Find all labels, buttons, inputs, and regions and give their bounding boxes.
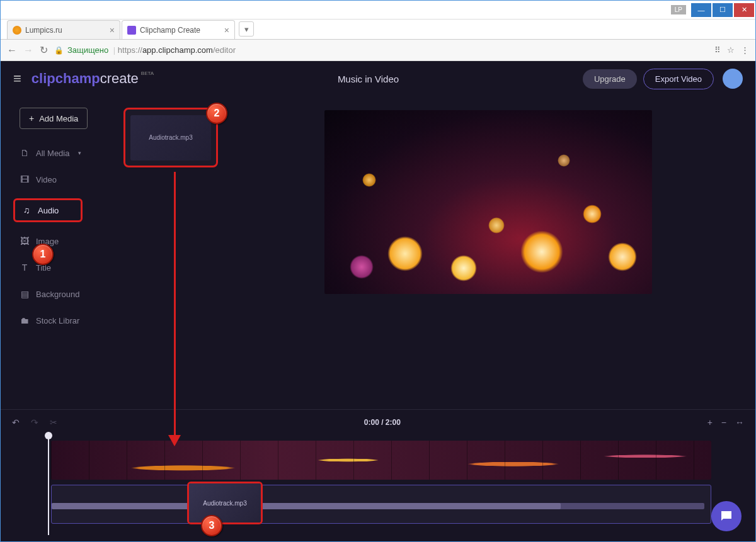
close-icon: ✕	[742, 6, 747, 14]
tutorial-arrow	[174, 172, 176, 436]
preview-panel	[240, 96, 755, 409]
sidebar-item-video[interactable]: 🎞 Video	[20, 172, 227, 187]
audio-track[interactable]: Audiotrack.mp3	[51, 485, 711, 524]
tab-title: Clipchamp Create	[140, 26, 200, 35]
browser-window: LP — ☐ ✕ Lumpics.ru × Clipchamp Create ×…	[0, 0, 756, 542]
timeline[interactable]: Audiotrack.mp3	[1, 434, 755, 541]
sidebar-item-audio[interactable]: ♫ Audio	[13, 198, 83, 222]
timeline-audio-clip[interactable]: Audiotrack.mp3	[187, 482, 263, 524]
export-button[interactable]: Export Video	[643, 69, 714, 89]
minimize-button[interactable]: —	[691, 3, 711, 17]
add-media-button[interactable]: + Add Media	[20, 108, 88, 129]
sidebar-item-image[interactable]: 🖾 Image	[20, 234, 227, 249]
fit-button[interactable]: ↔	[735, 417, 744, 427]
close-button[interactable]: ✕	[734, 3, 754, 17]
add-media-label: Add Media	[39, 114, 78, 123]
chat-icon	[719, 509, 734, 524]
reload-button[interactable]: ↻	[40, 44, 48, 56]
tab-lumpics[interactable]: Lumpics.ru ×	[7, 20, 120, 39]
project-title[interactable]: Music in Video	[154, 74, 583, 84]
new-tab-button[interactable]: ▾	[239, 21, 254, 37]
timeline-audio-label: Audiotrack.mp3	[189, 483, 261, 522]
avatar[interactable]	[723, 69, 743, 89]
favicon-icon	[13, 26, 21, 35]
sidebar-item-background[interactable]: ▤ Background	[20, 286, 227, 302]
favicon-icon	[127, 26, 136, 35]
titlebar: LP — ☐ ✕	[1, 1, 755, 20]
star-button[interactable]: ☆	[727, 45, 735, 55]
zoom-in-button[interactable]: +	[707, 417, 713, 427]
tab-close-button[interactable]: ×	[110, 25, 115, 35]
title-icon: T	[20, 263, 30, 273]
zoom-out-button[interactable]: −	[721, 417, 726, 427]
tab-close-button[interactable]: ×	[224, 25, 229, 35]
redo-button[interactable]: ↷	[31, 417, 38, 427]
url-field[interactable]: 🔒 Защищено | https://app.clipchamp.com/e…	[54, 45, 708, 55]
stock-icon: 🖿	[20, 315, 30, 325]
back-button[interactable]: ←	[7, 45, 17, 56]
maximize-icon: ☐	[719, 6, 726, 14]
playtime: 0:00 / 2:00	[57, 418, 707, 427]
video-preview[interactable]	[324, 110, 652, 294]
video-track[interactable]	[51, 441, 711, 480]
secure-label: Защищено	[67, 45, 108, 55]
logo: clipchampcreateBETA	[32, 71, 154, 87]
playhead[interactable]	[48, 434, 49, 535]
app-header: ≡ clipchampcreateBETA Music in Video Upg…	[1, 61, 755, 96]
side-list: 🗋 All Media ▾ 🎞 Video ♫ Audio 🖾 Ima	[20, 145, 227, 328]
tutorial-badge-3: 3	[201, 515, 222, 536]
maximize-button[interactable]: ☐	[713, 3, 733, 17]
background-icon: ▤	[20, 289, 30, 299]
tab-bar: Lumpics.ru × Clipchamp Create × ▾	[1, 20, 755, 40]
undo-button[interactable]: ↶	[12, 417, 20, 427]
audio-icon: ♫	[21, 205, 32, 215]
address-bar: ← → ↻ 🔒 Защищено | https://app.clipchamp…	[1, 40, 755, 61]
sidebar-item-label: Stock Librar	[36, 316, 79, 325]
url-text: https://app.clipchamp.com/editor	[118, 45, 236, 55]
media-thumbnail-label: Audiotrack.mp3	[130, 115, 211, 161]
sidebar-item-label: Audio	[38, 206, 59, 215]
lock-icon: 🔒	[54, 46, 64, 55]
video-icon: 🎞	[20, 174, 30, 184]
lp-badge: LP	[671, 5, 686, 14]
sidebar-item-label: Video	[36, 175, 57, 184]
chat-button[interactable]	[711, 501, 742, 531]
cut-button[interactable]: ✂	[50, 417, 57, 427]
translate-button[interactable]: ⠿	[714, 45, 721, 55]
app: ≡ clipchampcreateBETA Music in Video Upg…	[1, 61, 755, 541]
sidebar-item-stock[interactable]: 🖿 Stock Librar	[20, 313, 227, 328]
main: + Add Media 🗋 All Media ▾ 🎞 Video ♫	[1, 96, 755, 409]
menu-button[interactable]: ⋮	[741, 45, 749, 55]
forward-button[interactable]: →	[23, 45, 33, 56]
sidebar-item-title[interactable]: T Title	[20, 260, 227, 275]
media-thumbnail[interactable]: Audiotrack.mp3	[123, 108, 218, 167]
hamburger-button[interactable]: ≡	[13, 71, 21, 87]
tutorial-arrow-head	[168, 435, 181, 446]
tab-clipchamp[interactable]: Clipchamp Create ×	[122, 20, 235, 39]
image-icon: 🖾	[20, 236, 30, 246]
sidebar-item-label: All Media	[36, 149, 69, 158]
file-icon: 🗋	[20, 148, 30, 158]
timeline-toolbar: ↶ ↷ ✂ 0:00 / 2:00 + − ↔	[1, 409, 755, 434]
plus-icon: +	[29, 113, 34, 123]
tab-title: Lumpics.ru	[25, 26, 62, 35]
upgrade-button[interactable]: Upgrade	[583, 69, 637, 89]
minimize-icon: —	[698, 6, 705, 14]
tutorial-badge-1: 1	[32, 244, 54, 265]
chevron-down-icon: ▾	[78, 150, 81, 156]
tutorial-badge-2: 2	[206, 103, 227, 124]
sidebar-item-label: Background	[36, 290, 79, 299]
